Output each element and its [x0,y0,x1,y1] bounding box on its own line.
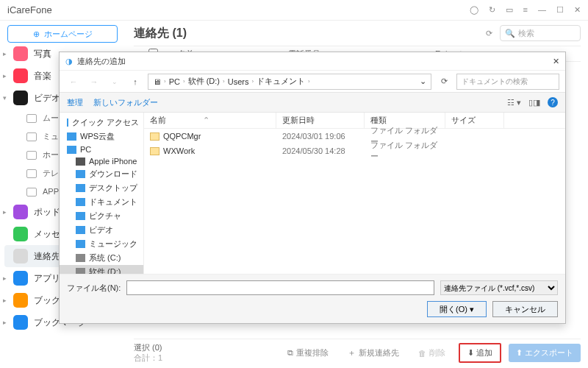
chevron-icon: ▸ [3,50,7,57]
tree-node[interactable]: 软件 (D:) [60,265,143,274]
filename-input[interactable] [126,280,434,295]
subitem-icon [26,114,37,123]
account-icon[interactable]: ◯ [470,5,478,15]
tree-node[interactable]: ドキュメント [60,195,143,209]
new-contact-button[interactable]: ＋新規連絡先 [342,344,405,361]
mus-icon [76,240,85,248]
tree-node[interactable]: ミュージック [60,237,143,251]
dialog-search-input[interactable]: ドキュメントの検索 [456,74,559,90]
help-icon[interactable]: ? [548,97,558,107]
tree-node[interactable]: ビデオ [60,223,143,237]
chevron-icon: ▸ [3,72,7,79]
subitem-icon [26,188,37,197]
chevron-icon: ▸ [3,319,7,326]
sidebar-item-label: ブック [34,294,60,307]
list-col-size[interactable]: サイズ [445,113,504,128]
cloud-icon [67,132,76,141]
nav-chevron-down-icon[interactable]: ⌄ [107,74,123,90]
organize-button[interactable]: 整理 [67,97,83,108]
file-row[interactable]: WXWork2024/05/30 14:28ファイル フォルダー [144,144,565,158]
chevron-icon: ▸ [3,275,7,282]
filename-label: ファイル名(N): [67,283,121,294]
tree-node[interactable]: PC [60,144,143,155]
path-segment[interactable]: PC [169,77,180,86]
history-icon[interactable]: ↻ [489,5,495,15]
path-segment[interactable]: Users [228,77,249,86]
search-placeholder: 検索 [518,28,534,39]
nav-up-icon[interactable]: ↑ [127,74,143,90]
file-list: 名前⌃ 更新日時 種類 サイズ QQPCMgr2024/03/01 19:06フ… [144,113,565,274]
category-icon [13,205,28,219]
category-icon [13,293,28,308]
category-icon [13,249,28,263]
tree-node[interactable]: デスクトップ [60,181,143,195]
dedupe-icon: ⧉ [287,348,293,358]
homepage-label: ホームページ [44,29,93,40]
cancel-button[interactable]: キャンセル [492,301,558,317]
home-icon: ⊕ [33,29,40,39]
folder-tree: クイック アクセスWPS云盘PCApple iPhoneダウンロードデスクトップ… [60,113,144,274]
category-icon [13,91,28,105]
list-col-name[interactable]: 名前⌃ [144,113,276,128]
path-segment[interactable]: 软件 (D:) [188,76,220,87]
refresh-icon[interactable]: ⟳ [486,29,492,38]
trash-icon: 🗑 [418,349,426,358]
delete-button[interactable]: 🗑削除 [412,344,451,361]
pc-icon [67,146,76,154]
filetype-select[interactable]: 連絡先ファイル (*.vcf,*.csv) [440,280,558,295]
path-dropdown-icon[interactable]: ⌄ [420,77,426,86]
close-icon[interactable]: ✕ [574,5,581,15]
doc-icon [76,198,85,206]
tree-node[interactable]: WPS云盘 [60,130,143,144]
export-button[interactable]: ⬆ エクスポート [509,344,581,362]
nav-refresh-icon[interactable]: ⟳ [436,74,452,90]
chevron-icon: ▸ [3,208,7,216]
selection-status: 選択 (0) 合計：1 [134,343,162,362]
document-icon[interactable]: ▭ [506,5,513,15]
subitem-icon [26,151,37,160]
dialog-icon: ◑ [65,57,73,66]
subitem-icon [26,169,37,178]
new-folder-button[interactable]: 新しいフォルダー [93,97,158,108]
desk-icon [76,184,85,192]
tree-node[interactable]: ピクチャ [60,209,143,223]
tree-node[interactable]: 系统 (C:) [60,251,143,265]
drive-icon [76,254,85,262]
add-button[interactable]: ⬇ 追加 [459,343,501,363]
maximize-icon[interactable]: ☐ [556,5,564,15]
down-icon [76,170,85,178]
path-breadcrumb[interactable]: 🖥›PC›软件 (D:)›Users›ドキュメント›⌄ [148,74,431,90]
path-segment[interactable]: ドキュメント [257,76,305,87]
file-open-dialog: ◑連絡先の追加 ✕ ← → ⌄ ↑ 🖥›PC›软件 (D:)›Users›ドキュ… [59,52,566,324]
pc-icon: 🖥 [153,77,161,86]
tree-node[interactable]: Apple iPhone [60,155,143,167]
tree-node[interactable]: クイック アクセス [60,116,143,130]
dedupe-button[interactable]: ⧉重複排除 [282,344,334,361]
drive-icon [76,268,85,274]
sidebar-item-label: 連絡先 [34,250,60,263]
search-icon: 🔍 [505,29,515,38]
view-options-icon[interactable]: ☷ ▾ [507,98,521,107]
category-icon [13,271,28,286]
page-title: 連絡先 (1) [134,26,478,41]
homepage-button[interactable]: ⊕ ホームページ [7,25,118,43]
file-row[interactable]: QQPCMgr2024/03/01 19:06ファイル フォルダー [144,129,565,144]
category-icon [13,68,28,83]
search-input[interactable]: 🔍 検索 [500,25,581,41]
nav-back-icon[interactable]: ← [65,74,82,90]
add-person-icon: ＋ [348,347,356,358]
sidebar-item-label: アプリ [34,272,60,285]
minimize-icon[interactable]: — [538,5,546,15]
list-col-date[interactable]: 更新日時 [276,113,365,128]
category-icon [13,227,28,241]
app-name: iCareFone [7,4,52,15]
menu-icon[interactable]: ≡ [523,5,528,15]
upload-icon: ⬆ [516,348,523,357]
nav-forward-icon: → [86,74,102,90]
preview-pane-icon[interactable]: ▯◨ [528,98,540,107]
open-button[interactable]: 開く(O) ▾ [427,301,487,317]
dialog-close-icon[interactable]: ✕ [553,57,559,66]
phone-icon [76,158,85,166]
tree-node[interactable]: ダウンロード [60,167,143,181]
dialog-title: 連絡先の追加 [77,56,126,67]
